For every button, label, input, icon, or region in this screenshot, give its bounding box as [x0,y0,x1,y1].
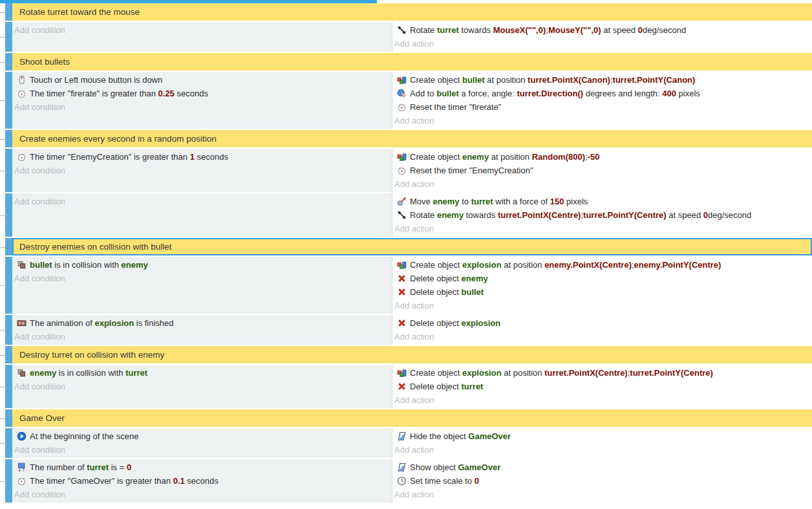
action-text: Set time scale to 0 [410,476,479,486]
event-row: x?The number of turret is = 0The timer "… [0,459,812,503]
actions-column: Delete object explosionAdd action [392,315,812,345]
event-columns: At the beginning of the sceneAdd conditi… [12,428,812,458]
visibility-icon [397,431,407,441]
collision-icon [17,368,27,378]
event-handle[interactable] [5,193,12,237]
comment-row: Create enemies every second in a random … [0,130,812,147]
event-handle[interactable] [5,3,12,21]
add-action-button[interactable]: Add action [392,488,812,501]
tree-connector [0,387,5,387]
event-handle[interactable] [5,22,12,52]
action-line[interactable]: Delete object turret [392,380,812,393]
event-handle[interactable] [5,365,12,408]
svg-text:?: ? [22,468,25,472]
mouse-icon [17,75,27,85]
action-line[interactable]: Reset the timer "firerate" [392,100,812,114]
tree-gutter [0,346,5,363]
comment-header[interactable]: Game Over [12,409,812,427]
add-condition-button[interactable]: Add condition [12,100,392,114]
add-action-button[interactable]: Add action [392,330,812,343]
action-line[interactable]: Add to bullet a force, angle: turret.Dir… [392,87,812,100]
add-action-button[interactable]: Add action [392,177,812,191]
add-condition-button[interactable]: Add condition [12,488,392,501]
event-handle[interactable] [5,238,12,255]
comment-header[interactable]: Shoot bullets [12,53,812,70]
action-line[interactable]: Create object bullet at position turret.… [392,73,812,87]
action-line[interactable]: Move enemy to turret with a force of 150… [392,195,812,208]
conditions-column: At the beginning of the sceneAdd conditi… [12,428,392,458]
animation-icon [17,318,27,328]
event-handle[interactable] [5,346,12,363]
comment-row: Game Over [0,409,812,427]
event-columns: bullet is in collision with enemyAdd con… [12,257,812,314]
tree-connector [0,12,5,13]
add-action-button[interactable]: Add action [392,443,812,457]
add-condition-button[interactable]: Add condition [12,23,392,37]
condition-line[interactable]: The timer "GameOver" is greater than 0.1… [12,474,392,488]
event-columns: Add conditionMove enemy to turret with a… [12,193,812,237]
event-handle[interactable] [5,428,12,458]
event-columns: x?The number of turret is = 0The timer "… [12,459,812,503]
event-columns: Touch or Left mouse button is downThe ti… [12,72,812,129]
event-handle[interactable] [5,459,12,503]
event-handle[interactable] [5,53,12,70]
add-condition-button[interactable]: Add condition [12,380,392,393]
action-line[interactable]: Set time scale to 0 [392,474,812,488]
condition-text: enemy is in collision with turret [30,368,147,378]
condition-text: The animation of explosion is finished [30,318,174,328]
event-handle[interactable] [5,409,12,427]
condition-line[interactable]: The timer "firerate" is greater than 0.2… [12,87,392,100]
comment-header[interactable]: Destroy enemies on collision with bullet [12,238,812,255]
action-line[interactable]: Hide the object GameOver [392,429,812,443]
condition-text: bullet is in collision with enemy [30,260,148,270]
event-columns: The animation of explosion is finishedAd… [12,315,812,345]
event-row: At the beginning of the sceneAdd conditi… [0,428,812,458]
action-line[interactable]: Show object GameOver [392,460,812,474]
event-handle[interactable] [5,149,12,192]
condition-line[interactable]: The animation of explosion is finished [12,316,392,330]
event-handle[interactable] [5,72,12,129]
event-handle[interactable] [5,315,12,345]
delete-icon [397,287,407,297]
add-action-button[interactable]: Add action [392,37,812,50]
event-handle[interactable] [5,257,12,314]
add-condition-button[interactable]: Add condition [12,272,392,285]
add-action-button[interactable]: Add action [392,393,812,407]
action-line[interactable]: Create object enemy at position Random(8… [392,150,812,164]
comment-header[interactable]: Destroy turret on collision with enemy [12,346,812,363]
add-condition-button[interactable]: Add condition [12,330,392,343]
add-action-button[interactable]: Add action [392,222,812,235]
condition-line[interactable]: The timer "EnemyCreation" is greater tha… [12,150,392,164]
condition-line[interactable]: x?The number of turret is = 0 [12,460,392,474]
add-condition-button[interactable]: Add condition [12,443,392,457]
action-line[interactable]: Reset the timer "EnemyCreation" [392,164,812,177]
condition-line[interactable]: bullet is in collision with enemy [12,258,392,272]
action-line[interactable]: Delete object enemy [392,272,812,285]
action-line[interactable]: Create object explosion at position enem… [392,258,812,272]
action-text: Delete object turret [410,382,483,391]
timer-icon [17,476,27,486]
conditions-column: x?The number of turret is = 0The timer "… [12,459,392,503]
action-line[interactable]: Delete object bullet [392,285,812,299]
add-action-button[interactable]: Add action [392,299,812,312]
actions-column: Create object explosion at position enem… [392,257,812,314]
add-condition-button[interactable]: Add condition [12,195,392,208]
action-line[interactable]: Rotate enemy towards turret.PointX(Centr… [392,208,812,222]
add-action-button[interactable]: Add action [392,114,812,127]
condition-line[interactable]: At the beginning of the scene [12,429,392,443]
tree-gutter [0,72,5,129]
tree-connector [0,481,5,482]
action-line[interactable]: Delete object explosion [392,316,812,330]
event-row: The timer "EnemyCreation" is greater tha… [0,149,812,192]
tree-gutter [0,238,5,255]
action-line[interactable]: Rotate turret towards MouseX("",0);Mouse… [392,23,812,37]
actions-column: Show object GameOverSet time scale to 0A… [392,459,812,503]
add-condition-button[interactable]: Add condition [12,164,392,177]
action-line[interactable]: Create object explosion at position turr… [392,366,812,380]
condition-line[interactable]: Touch or Left mouse button is down [12,73,392,87]
comment-header[interactable]: Create enemies every second in a random … [12,130,812,147]
condition-line[interactable]: enemy is in collision with turret [12,366,392,380]
svg-text:x: x [18,468,21,472]
event-handle[interactable] [5,130,12,147]
comment-header[interactable]: Rotate turret toward the mouse [12,3,812,21]
